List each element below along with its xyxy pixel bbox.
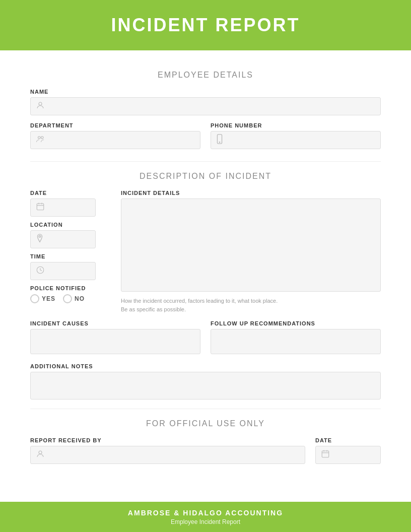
svg-point-1: [38, 137, 41, 139]
incident-details-label: INCIDENT DETAILS: [121, 190, 381, 196]
employee-section-title: EMPLOYEE DETAILS: [30, 71, 381, 80]
name-field-group: NAME: [30, 89, 381, 115]
department-label: DEPARTMENT: [30, 122, 200, 128]
yes-radio-circle: [30, 294, 39, 303]
police-notified-field-group: POLICE NOTIFIED YES NO: [30, 285, 111, 303]
official-row: REPORT RECEIVED BY DATE: [30, 437, 381, 471]
header: INCIDENT REPORT: [0, 0, 411, 50]
phone-label: PHONE NUMBER: [211, 122, 381, 128]
official-calendar-icon: [321, 449, 330, 460]
divider-1: [30, 161, 381, 162]
incident-causes-textarea[interactable]: [30, 329, 200, 354]
yes-label: YES: [42, 295, 55, 302]
svg-rect-5: [37, 204, 44, 210]
location-input[interactable]: [30, 230, 96, 248]
time-label: TIME: [30, 253, 111, 259]
person-received-icon: [36, 449, 45, 460]
footer-company: AMBROSE & HIDALGO ACCOUNTING: [128, 509, 283, 517]
report-received-label: REPORT RECEIVED BY: [30, 437, 305, 443]
location-field-group: LOCATION: [30, 222, 111, 248]
time-input[interactable]: [30, 262, 96, 280]
svg-point-4: [219, 142, 220, 143]
followup-field-group: FOLLOW UP RECOMMENDATIONS: [211, 320, 381, 356]
incident-hint-line1: How the incident occurred, factors leadi…: [121, 298, 278, 304]
svg-point-9: [39, 236, 41, 238]
incident-hint: How the incident occurred, factors leadi…: [121, 297, 381, 313]
incident-causes-field-group: INCIDENT CAUSES: [30, 320, 200, 356]
no-label: NO: [75, 295, 85, 302]
footer: AMBROSE & HIDALGO ACCOUNTING Employee In…: [0, 502, 411, 532]
phone-field-group: PHONE NUMBER: [211, 122, 381, 149]
official-date-field-group: DATE: [315, 437, 381, 464]
name-label: NAME: [30, 89, 381, 95]
name-input[interactable]: [30, 97, 381, 115]
location-label: LOCATION: [30, 222, 111, 228]
yes-radio-item[interactable]: YES: [30, 294, 55, 303]
report-received-input[interactable]: [30, 446, 305, 464]
department-input[interactable]: [30, 131, 200, 149]
followup-label: FOLLOW UP RECOMMENDATIONS: [211, 320, 381, 326]
page: INCIDENT REPORT EMPLOYEE DETAILS NAME: [0, 0, 411, 532]
incident-section: DESCRIPTION OF INCIDENT DATE: [30, 172, 381, 402]
no-radio-circle: [63, 294, 72, 303]
additional-notes-field-group: ADDITIONAL NOTES: [30, 363, 381, 402]
incident-right-column: INCIDENT DETAILS How the incident occurr…: [121, 190, 381, 313]
additional-notes-label: ADDITIONAL NOTES: [30, 363, 381, 369]
causes-followup-row: INCIDENT CAUSES FOLLOW UP RECOMMENDATION…: [30, 320, 381, 363]
page-title: INCIDENT REPORT: [111, 15, 300, 36]
incident-left-column: DATE: [30, 190, 111, 313]
time-field-group: TIME: [30, 253, 111, 280]
no-radio-item[interactable]: NO: [63, 294, 85, 303]
official-section: FOR OFFICIAL USE ONLY REPORT RECEIVED BY: [30, 419, 381, 471]
employee-details-section: EMPLOYEE DETAILS NAME DEPARTMENT: [30, 71, 381, 156]
svg-rect-12: [322, 451, 329, 457]
main-content: EMPLOYEE DETAILS NAME DEPARTMENT: [0, 50, 411, 502]
time-icon: [36, 265, 45, 277]
date-input[interactable]: [30, 198, 96, 217]
phone-input[interactable]: [211, 131, 381, 149]
police-label: POLICE NOTIFIED: [30, 285, 111, 291]
svg-point-0: [39, 102, 42, 105]
police-radio-group: YES NO: [30, 294, 111, 303]
divider-2: [30, 409, 381, 409]
footer-subtitle: Employee Incident Report: [171, 518, 240, 525]
department-icon: [36, 135, 45, 146]
report-received-field-group: REPORT RECEIVED BY: [30, 437, 305, 464]
official-section-title: FOR OFFICIAL USE ONLY: [30, 419, 381, 428]
svg-point-2: [41, 137, 44, 139]
incident-causes-label: INCIDENT CAUSES: [30, 320, 200, 326]
person-icon: [36, 101, 45, 112]
incident-details-textarea[interactable]: [121, 198, 381, 292]
svg-point-11: [39, 451, 42, 454]
dept-phone-row: DEPARTMENT PHONE NUMBER: [30, 122, 381, 156]
location-icon: [36, 233, 44, 245]
date-label: DATE: [30, 190, 111, 196]
calendar-icon: [36, 202, 45, 213]
official-date-input[interactable]: [315, 446, 381, 464]
followup-textarea[interactable]: [211, 329, 381, 354]
date-field-group: DATE: [30, 190, 111, 217]
additional-notes-textarea[interactable]: [30, 372, 381, 400]
incident-hint-line2: Be as specific as possible.: [121, 306, 186, 312]
official-date-label: DATE: [315, 437, 381, 443]
incident-section-title: DESCRIPTION OF INCIDENT: [30, 172, 381, 181]
department-field-group: DEPARTMENT: [30, 122, 200, 149]
incident-layout: DATE: [30, 190, 381, 313]
phone-icon: [216, 134, 223, 146]
